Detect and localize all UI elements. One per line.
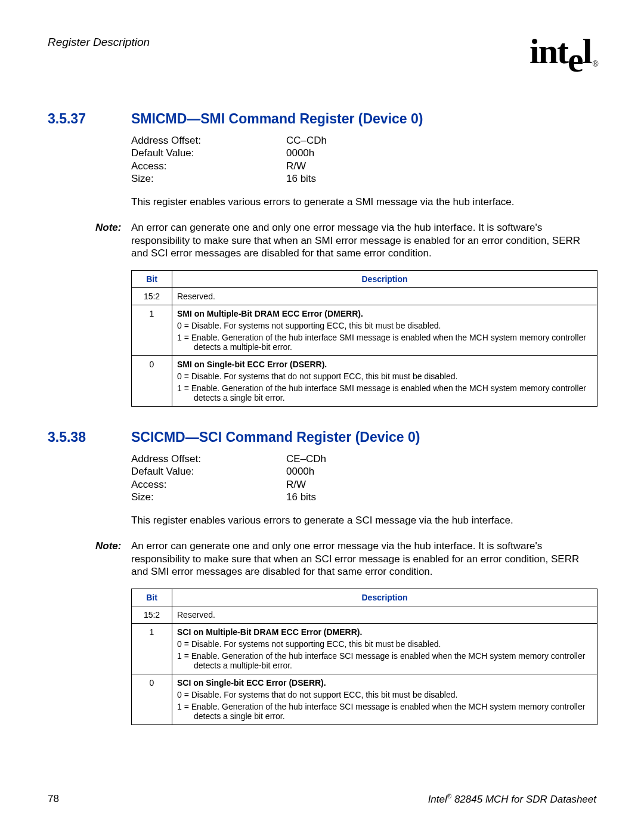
- table-row: 15:2 Reserved.: [132, 606, 597, 624]
- logo-text: l: [583, 32, 592, 71]
- desc-line: Reserved.: [177, 610, 592, 620]
- desc-cell: SCI on Single-bit ECC Error (DSERR). 0 =…: [172, 674, 597, 725]
- attr-value: CC–CDh: [286, 134, 327, 147]
- attr-label: Default Value:: [131, 147, 286, 159]
- desc-cell: SCI on Multiple-Bit DRAM ECC Error (DMER…: [172, 624, 597, 674]
- logo-text: int: [530, 32, 568, 71]
- desc-line: 0 = Disable. For systems not supporting …: [177, 639, 592, 649]
- section-title: SCICMD—SCI Command Register (Device 0): [131, 429, 420, 445]
- attr-row: Size: 16 bits: [131, 172, 594, 185]
- page-footer: 78 Intel® 82845 MCH for SDR Datasheet: [48, 793, 596, 806]
- bit-cell: 1: [132, 624, 172, 674]
- table-header-row: Bit Description: [132, 271, 597, 288]
- desc-title: SCI on Single-bit ECC Error (DSERR).: [177, 678, 592, 688]
- attr-row: Access: R/W: [131, 478, 594, 491]
- attr-value: CE–CDh: [286, 453, 326, 465]
- desc-line: 1 = Enable. Generation of the hub interf…: [177, 333, 592, 352]
- table-row: 1 SCI on Multiple-Bit DRAM ECC Error (DM…: [132, 624, 597, 674]
- attr-row: Default Value: 0000h: [131, 147, 594, 159]
- note-block: Note: An error can generate one and only…: [95, 540, 596, 578]
- attr-label: Size:: [131, 491, 286, 503]
- doc-title-pre: Intel: [428, 794, 447, 805]
- col-bit: Bit: [132, 271, 172, 288]
- desc-title: SMI on Single-bit ECC Error (DSERR).: [177, 360, 592, 369]
- col-description: Description: [172, 271, 597, 288]
- desc-line: Reserved.: [177, 292, 592, 301]
- doc-title: Intel® 82845 MCH for SDR Datasheet: [428, 793, 596, 806]
- note-block: Note: An error can generate one and only…: [95, 221, 596, 259]
- bit-cell: 0: [132, 674, 172, 725]
- attr-value: 0000h: [286, 147, 314, 159]
- section-number: 3.5.38: [48, 429, 131, 445]
- attr-row: Size: 16 bits: [131, 491, 594, 503]
- col-description: Description: [172, 589, 597, 606]
- table-row: 0 SMI on Single-bit ECC Error (DSERR). 0…: [132, 356, 597, 407]
- attr-label: Access:: [131, 478, 286, 491]
- attr-label: Default Value:: [131, 465, 286, 478]
- desc-title: SMI on Multiple-Bit DRAM ECC Error (DMER…: [177, 309, 592, 318]
- attr-value: 16 bits: [286, 172, 316, 185]
- attr-value: 16 bits: [286, 491, 316, 503]
- desc-line: 1 = Enable. Generation of the hub interf…: [177, 651, 592, 670]
- note-label: Note:: [95, 221, 131, 259]
- section-heading: 3.5.37 SMICMD—SMI Command Register (Devi…: [48, 111, 596, 127]
- bit-cell: 1: [132, 305, 172, 356]
- registered-mark: ®: [592, 60, 597, 69]
- attr-row: Address Offset: CE–CDh: [131, 453, 594, 465]
- attr-label: Address Offset:: [131, 134, 286, 147]
- desc-cell: SMI on Multiple-Bit DRAM ECC Error (DMER…: [172, 305, 597, 356]
- attr-value: 0000h: [286, 465, 314, 478]
- bit-cell: 15:2: [132, 606, 172, 624]
- desc-title: SCI on Multiple-Bit DRAM ECC Error (DMER…: [177, 627, 592, 637]
- doc-title-post: 82845 MCH for SDR Datasheet: [451, 794, 596, 805]
- intel-logo: intel®: [530, 33, 596, 69]
- attr-value: R/W: [286, 160, 306, 172]
- paragraph: This register enables various errors to …: [131, 196, 594, 208]
- bit-cell: 15:2: [132, 288, 172, 305]
- bit-cell: 0: [132, 356, 172, 407]
- table-row: 0 SCI on Single-bit ECC Error (DSERR). 0…: [132, 674, 597, 725]
- bit-description-table: Bit Description 15:2 Reserved. 1 SMI on …: [131, 270, 597, 407]
- table-row: 15:2 Reserved.: [132, 288, 597, 305]
- table-header-row: Bit Description: [132, 589, 597, 606]
- note-label: Note:: [95, 540, 131, 578]
- col-bit: Bit: [132, 589, 172, 606]
- page: Register Description intel® 3.5.37 SMICM…: [0, 0, 644, 833]
- attr-label: Access:: [131, 160, 286, 172]
- desc-line: 0 = Disable. For systems that do not sup…: [177, 371, 592, 381]
- attr-label: Address Offset:: [131, 453, 286, 465]
- desc-cell: Reserved.: [172, 288, 597, 305]
- table-row: 1 SMI on Multiple-Bit DRAM ECC Error (DM…: [132, 305, 597, 356]
- desc-line: 0 = Disable. For systems not supporting …: [177, 321, 592, 330]
- attr-label: Size:: [131, 172, 286, 185]
- attr-value: R/W: [286, 478, 306, 491]
- note-text: An error can generate one and only one e…: [131, 540, 596, 578]
- bit-description-table: Bit Description 15:2 Reserved. 1 SCI on …: [131, 589, 597, 725]
- register-attributes: Address Offset: CE–CDh Default Value: 00…: [131, 453, 594, 527]
- register-attributes: Address Offset: CC–CDh Default Value: 00…: [131, 134, 594, 208]
- page-header: Register Description intel®: [48, 33, 596, 69]
- running-head: Register Description: [48, 33, 150, 49]
- logo-text: e: [568, 40, 583, 79]
- section-number: 3.5.37: [48, 111, 131, 127]
- desc-cell: SMI on Single-bit ECC Error (DSERR). 0 =…: [172, 356, 597, 407]
- paragraph: This register enables various errors to …: [131, 514, 594, 527]
- attr-row: Default Value: 0000h: [131, 465, 594, 478]
- desc-cell: Reserved.: [172, 606, 597, 624]
- section-heading: 3.5.38 SCICMD—SCI Command Register (Devi…: [48, 429, 596, 445]
- desc-line: 0 = Disable. For systems that do not sup…: [177, 690, 592, 699]
- desc-line: 1 = Enable. Generation of the hub interf…: [177, 383, 592, 402]
- attr-row: Address Offset: CC–CDh: [131, 134, 594, 147]
- section-title: SMICMD—SMI Command Register (Device 0): [131, 111, 423, 127]
- page-number: 78: [48, 793, 59, 806]
- desc-line: 1 = Enable. Generation of the hub interf…: [177, 702, 592, 721]
- attr-row: Access: R/W: [131, 160, 594, 172]
- note-text: An error can generate one and only one e…: [131, 221, 596, 259]
